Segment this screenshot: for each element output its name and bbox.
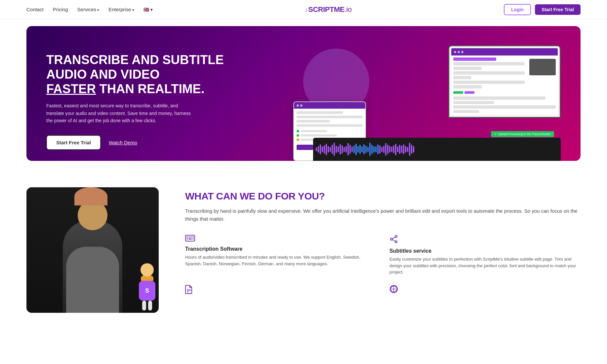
nav-item-enterprise[interactable]: Enterprise [108, 7, 134, 13]
feature-subtitles-title: Subtitles service [389, 248, 581, 254]
mock-waveform: // generate wave bars inline via CSS var… [313, 138, 561, 161]
feature-three [185, 285, 376, 299]
nav-item-pricing[interactable]: Pricing [53, 7, 68, 13]
document-icon [185, 285, 376, 296]
hero-visual: // generate wave bars inline via CSS var… [293, 42, 561, 161]
feature-subtitles: Subtitles service Easily customize your … [389, 235, 581, 275]
feature-transcription-title: Transcription Software [185, 246, 376, 252]
section-description: Transcribing by hand is painfully slow a… [185, 207, 581, 223]
section-heading: WHAT CAN WE DO FOR YOU? [185, 191, 581, 202]
svg-point-9 [390, 238, 392, 240]
feature-transcription-description: Hours of audio/video transcribed in minu… [185, 254, 376, 267]
watch-demo-button[interactable]: Watch Demo [109, 140, 137, 145]
share-icon [389, 235, 581, 245]
svg-line-11 [392, 237, 395, 239]
feature-subtitles-description: Easily customize your subtitles to perfe… [389, 256, 581, 275]
network-icon [389, 285, 581, 295]
mascot-character: S [132, 263, 159, 306]
svg-rect-5 [186, 238, 188, 239]
navbar: Contact Pricing Services Enterprise 🇬🇧 ▾… [0, 0, 607, 19]
nav-item-contact[interactable]: Contact [26, 7, 44, 13]
nav-flag-selector[interactable]: 🇬🇧 ▾ [143, 7, 153, 12]
login-button[interactable]: Login [504, 4, 531, 15]
svg-rect-0 [185, 235, 195, 241]
hero-headline: TRANSCRIBE AND SUBTITLE AUDIO AND VIDEO … [46, 53, 283, 96]
section-two-content: WHAT CAN WE DO FOR YOU? Transcribing by … [185, 187, 581, 313]
hero-trial-button[interactable]: Start Free Trial [46, 135, 101, 150]
nav-links: Contact Pricing Services Enterprise 🇬🇧 ▾ [26, 7, 153, 13]
hero-description: Fastest, easiest and most secure way to … [46, 102, 192, 124]
nav-link-services[interactable]: Services [77, 7, 100, 12]
svg-line-12 [392, 240, 395, 241]
nav-link-pricing[interactable]: Pricing [53, 7, 68, 12]
keyboard-icon [185, 235, 376, 243]
nav-trial-button[interactable]: Start Free Trial [535, 4, 581, 15]
nav-logo[interactable]: ♪SCRIPTME.io [305, 5, 352, 14]
flag-icon: 🇬🇧 [143, 7, 149, 12]
hero-cta: Start Free Trial Watch Demo [46, 135, 283, 150]
mock-app-screenshot [448, 45, 561, 118]
logo-waveform-icon: ♪ [305, 7, 308, 13]
features-grid: Transcription Software Hours of audio/vi… [185, 235, 581, 299]
language-selector[interactable]: 🇬🇧 ▾ [143, 7, 153, 12]
svg-rect-3 [190, 237, 192, 237]
feature-transcription: Transcription Software Hours of audio/vi… [185, 235, 376, 275]
hero-text: TRANSCRIBE AND SUBTITLE AUDIO AND VIDEO … [46, 53, 283, 150]
svg-rect-2 [188, 237, 190, 237]
svg-point-10 [395, 241, 397, 243]
nav-actions: Login Start Free Trial [504, 4, 581, 15]
svg-rect-6 [188, 238, 192, 239]
svg-point-8 [395, 236, 397, 237]
success-badge: ✓ Upload Processing to the TranscribeMe! [491, 131, 554, 137]
svg-rect-1 [186, 237, 188, 237]
section-two-image: S [26, 187, 159, 313]
nav-link-contact[interactable]: Contact [26, 7, 44, 12]
chevron-down-icon: ▾ [150, 7, 153, 12]
feature-four [389, 285, 581, 299]
nav-link-enterprise[interactable]: Enterprise [108, 7, 134, 12]
section-what-can-we-do: S WHAT CAN WE DO FOR YOU? Transcribing b… [0, 167, 607, 333]
hero-section: TRANSCRIBE AND SUBTITLE AUDIO AND VIDEO … [26, 26, 581, 161]
svg-rect-4 [192, 237, 194, 237]
nav-item-services[interactable]: Services [77, 7, 100, 13]
svg-rect-7 [192, 238, 194, 239]
person-photo-placeholder: S [26, 187, 159, 313]
